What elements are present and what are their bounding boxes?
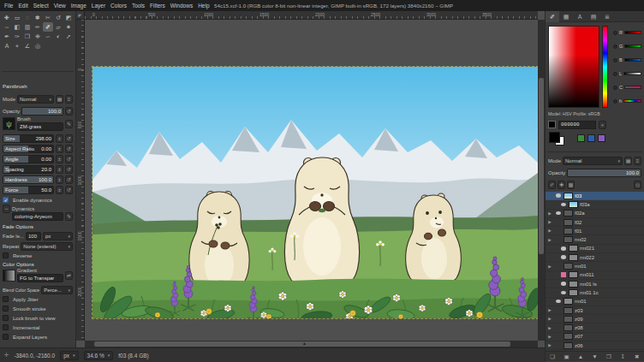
visibility-eye-icon[interactable] (559, 203, 567, 207)
channel-bar[interactable] (624, 58, 641, 62)
tool-paths-icon[interactable]: ➚ (63, 32, 74, 41)
menu-windows[interactable]: Windows (170, 3, 193, 9)
gradient-thumbnail[interactable] (3, 270, 15, 282)
lock-brush-checkbox[interactable] (3, 315, 9, 321)
channel-green[interactable]: G (611, 39, 643, 53)
new-layer-button[interactable]: ❏ (547, 352, 558, 361)
layer-row[interactable]: ▶f02a (546, 210, 644, 218)
angle-stepper[interactable]: ± (56, 155, 63, 163)
tool-dodge-burn-icon[interactable]: ◐ (53, 32, 63, 41)
visibility-eye-icon[interactable] (554, 193, 562, 198)
tool-text-icon[interactable]: A (2, 41, 12, 50)
mode-switch-icon[interactable]: ▦ (56, 95, 63, 104)
new-group-button[interactable]: ▣ (561, 352, 572, 361)
layer-row[interactable]: ▶f01 (546, 227, 644, 235)
dynamics-edit-icon[interactable]: ✎ (65, 212, 73, 221)
menu-help[interactable]: Help (198, 3, 209, 9)
menu-layer[interactable]: Layer (92, 3, 105, 9)
dynamics-field[interactable]: coloring-Aryeom (12, 212, 63, 221)
gradient-reverse-icon[interactable]: ⇄ (65, 271, 73, 280)
expander-icon[interactable]: ▶ (547, 326, 552, 330)
layer-row[interactable]: ▶z06 (546, 341, 644, 350)
hex-input[interactable] (558, 121, 596, 129)
expander-icon[interactable]: ▶ (547, 335, 552, 339)
saturation-value-square[interactable] (548, 26, 599, 108)
tool-eraser-icon[interactable]: ▱ (53, 22, 63, 32)
tool-ink-icon[interactable]: ✒ (2, 32, 12, 41)
anchor-layer-button[interactable]: ↧ (617, 352, 629, 361)
tool-pencil-icon[interactable]: ✏ (33, 22, 43, 32)
angle-slider[interactable]: Angle 0.00 (3, 155, 54, 163)
lock-position-icon[interactable]: ✚ (558, 181, 565, 189)
repeat-dropdown[interactable]: None (extend) ▾ (21, 242, 73, 251)
expander-icon[interactable]: ▶ (547, 317, 552, 321)
hardness-stepper[interactable]: ± (56, 175, 63, 184)
angle-reset-icon[interactable]: ↺ (65, 155, 73, 163)
tool-heal-icon[interactable]: ✙ (33, 32, 43, 41)
layer-mode-switch-icon[interactable]: ▦ (624, 157, 632, 165)
visibility-eye-icon[interactable] (559, 291, 567, 295)
tool-fuzzy-select-icon[interactable]: ✱ (33, 13, 43, 22)
incremental-checkbox[interactable] (3, 324, 9, 330)
expand-layers-checkbox[interactable] (3, 334, 9, 340)
layer-row[interactable]: ▶f02 (546, 218, 644, 227)
unit-dropdown[interactable]: px ▾ (60, 351, 78, 360)
channel-red[interactable]: R (611, 26, 643, 39)
brushes-tab-icon[interactable]: ✐ (546, 11, 559, 22)
tool-move-icon[interactable]: ✚ (2, 13, 12, 22)
layer-row[interactable]: rm01 ls (546, 280, 644, 288)
expand-layers-row[interactable]: Expand Layers (3, 332, 73, 341)
fonts-tab-icon[interactable]: A (573, 11, 587, 22)
layer-row[interactable]: ▶z08 (546, 323, 644, 332)
fg-color-swatch[interactable] (549, 132, 560, 143)
force-slider[interactable]: Force 50.0 (3, 186, 54, 194)
menu-edit[interactable]: Edit (18, 3, 27, 9)
tool-crop-icon[interactable]: ✂ (43, 13, 53, 22)
layer-row[interactable]: ▶z07 (546, 333, 644, 341)
aspect-stepper[interactable]: ± (56, 145, 63, 153)
brush-thumbnail[interactable]: ψ (3, 117, 15, 130)
force-reset-icon[interactable]: ↺ (65, 186, 73, 194)
fade-options-header[interactable]: Fade Options (3, 224, 33, 229)
expander-icon[interactable]: ▶ (547, 308, 552, 312)
spacing-reset-icon[interactable]: ↺ (65, 165, 73, 174)
apply-jitter-row[interactable]: Apply Jitter (3, 294, 73, 304)
canvas-image[interactable] (92, 67, 538, 318)
layer-search-icon[interactable]: ◎ (634, 181, 641, 189)
raise-layer-button[interactable]: ▲ (575, 352, 587, 361)
tool-smudge-icon[interactable]: ∽ (43, 32, 53, 41)
reverse-checkbox[interactable] (3, 252, 9, 258)
color-history-swatch[interactable] (598, 134, 605, 142)
size-stepper[interactable]: ± (56, 134, 63, 143)
visibility-eye-icon[interactable] (554, 300, 562, 304)
expander-icon[interactable]: ▶ (547, 220, 552, 224)
paint-mode-dropdown[interactable]: Normal ▾ (17, 95, 54, 104)
tool-measure-icon[interactable]: ∠ (22, 41, 33, 50)
apply-jitter-checkbox[interactable] (3, 296, 9, 302)
vertical-scrollbar[interactable] (538, 20, 545, 341)
tool-gradient-icon[interactable]: ▥ (22, 22, 33, 32)
tool-free-select-icon[interactable]: ◌ (22, 13, 33, 22)
visibility-eye-icon[interactable] (559, 246, 567, 251)
channel-bar[interactable] (623, 72, 641, 75)
brush-name-field[interactable]: ZM-grass (17, 122, 63, 131)
palettes-tab-icon[interactable]: ▤ (587, 11, 600, 22)
menu-view[interactable]: View (54, 3, 66, 9)
zoom-dropdown[interactable]: 34.6 % ▾ (84, 351, 114, 360)
eyedropper-icon[interactable]: ⌖ (599, 121, 606, 129)
layer-row[interactable]: rm022 (546, 253, 644, 262)
channel-blue[interactable]: B (611, 53, 643, 67)
lock-brush-row[interactable]: Lock brush to view (3, 313, 73, 323)
size-reset-icon[interactable]: ↺ (65, 134, 73, 143)
hardness-slider[interactable]: Hardness 100.0 (3, 175, 54, 184)
layer-row[interactable]: ▶rm02 (546, 235, 644, 244)
expander-icon[interactable]: ▶ (547, 264, 552, 269)
menu-colors[interactable]: Colors (110, 3, 127, 9)
hardness-reset-icon[interactable]: ↺ (65, 175, 73, 184)
spacing-stepper[interactable]: ± (56, 165, 63, 174)
tool-unified-transform-icon[interactable]: ◩ (63, 13, 74, 22)
force-stepper[interactable]: ± (56, 186, 63, 194)
layer-row[interactable]: rm021 (546, 245, 644, 253)
vertical-ruler[interactable]: 0 500 1000 1500 2000 (76, 20, 85, 341)
tool-clone-icon[interactable]: ❐ (22, 32, 33, 41)
